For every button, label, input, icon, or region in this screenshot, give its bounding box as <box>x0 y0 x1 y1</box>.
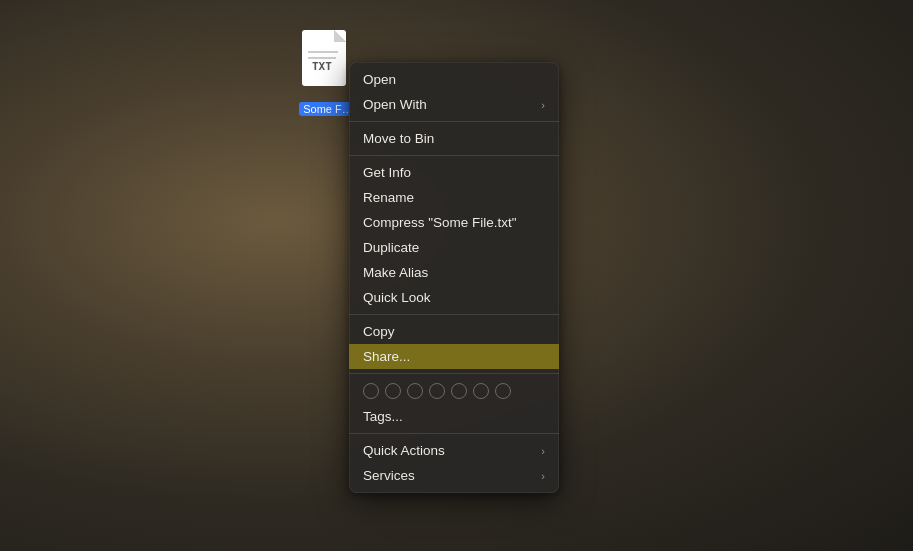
menu-item-get-info[interactable]: Get Info <box>349 160 559 185</box>
menu-item-get-info-label: Get Info <box>363 165 411 180</box>
quick-actions-arrow-icon: › <box>541 445 545 457</box>
tag-circle-2[interactable] <box>385 383 401 399</box>
svg-text:TXT: TXT <box>312 60 332 73</box>
menu-item-tags[interactable]: Tags... <box>349 404 559 429</box>
menu-item-move-to-bin-label: Move to Bin <box>363 131 434 146</box>
separator-4 <box>349 373 559 374</box>
menu-item-copy-label: Copy <box>363 324 395 339</box>
menu-item-rename[interactable]: Rename <box>349 185 559 210</box>
menu-item-compress[interactable]: Compress "Some File.txt" <box>349 210 559 235</box>
tag-circle-4[interactable] <box>429 383 445 399</box>
open-with-arrow-icon: › <box>541 99 545 111</box>
separator-2 <box>349 155 559 156</box>
menu-item-open-with[interactable]: Open With › <box>349 92 559 117</box>
menu-item-duplicate[interactable]: Duplicate <box>349 235 559 260</box>
menu-item-move-to-bin[interactable]: Move to Bin <box>349 126 559 151</box>
tag-circle-3[interactable] <box>407 383 423 399</box>
menu-item-quick-look[interactable]: Quick Look <box>349 285 559 310</box>
menu-item-make-alias-label: Make Alias <box>363 265 428 280</box>
menu-item-share-label: Share... <box>363 349 410 364</box>
menu-item-open[interactable]: Open <box>349 67 559 92</box>
tag-circle-1[interactable] <box>363 383 379 399</box>
menu-item-tags-label: Tags... <box>363 409 403 424</box>
tag-circles-row <box>349 378 559 404</box>
menu-item-open-with-label: Open With <box>363 97 427 112</box>
menu-item-copy[interactable]: Copy <box>349 319 559 344</box>
separator-3 <box>349 314 559 315</box>
menu-item-quick-look-label: Quick Look <box>363 290 431 305</box>
menu-item-services[interactable]: Services › <box>349 463 559 488</box>
menu-item-open-label: Open <box>363 72 396 87</box>
context-menu: Open Open With › Move to Bin Get Info Re… <box>349 62 559 493</box>
menu-item-duplicate-label: Duplicate <box>363 240 419 255</box>
menu-item-quick-actions[interactable]: Quick Actions › <box>349 438 559 463</box>
menu-item-make-alias[interactable]: Make Alias <box>349 260 559 285</box>
menu-item-quick-actions-label: Quick Actions <box>363 443 445 458</box>
tag-circle-6[interactable] <box>473 383 489 399</box>
tag-circle-7[interactable] <box>495 383 511 399</box>
menu-item-share[interactable]: Share... <box>349 344 559 369</box>
menu-item-services-label: Services <box>363 468 415 483</box>
separator-1 <box>349 121 559 122</box>
tag-circle-5[interactable] <box>451 383 467 399</box>
separator-5 <box>349 433 559 434</box>
menu-item-compress-label: Compress "Some File.txt" <box>363 215 517 230</box>
services-arrow-icon: › <box>541 470 545 482</box>
menu-item-rename-label: Rename <box>363 190 414 205</box>
